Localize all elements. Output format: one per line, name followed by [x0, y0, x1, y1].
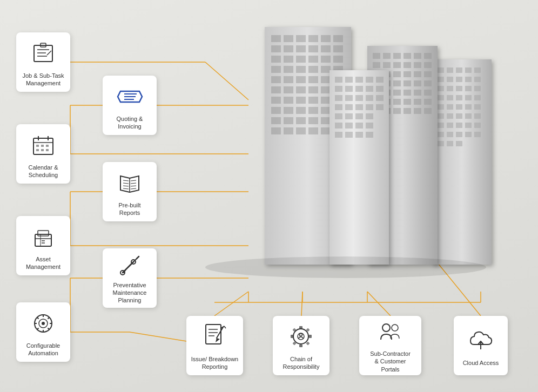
svg-rect-37: [438, 86, 444, 91]
svg-point-206: [205, 256, 486, 278]
svg-line-258: [137, 256, 139, 259]
svg-rect-53: [447, 113, 453, 119]
svg-rect-138: [271, 76, 281, 83]
svg-rect-105: [414, 99, 421, 105]
feature-box-chain[interactable]: Chain ofResponsibility: [273, 316, 329, 375]
feature-box-quoting[interactable]: Quoting &Invoicing: [103, 76, 157, 135]
svg-point-278: [300, 334, 302, 336]
issue-icon: [199, 321, 231, 353]
svg-rect-160: [321, 107, 331, 114]
svg-rect-97: [393, 90, 401, 96]
svg-rect-98: [404, 90, 411, 96]
svg-rect-120: [271, 45, 281, 52]
svg-rect-72: [383, 53, 391, 59]
svg-rect-80: [404, 62, 411, 68]
svg-rect-112: [424, 108, 432, 114]
svg-rect-65: [465, 132, 472, 137]
svg-rect-140: [296, 76, 306, 83]
svg-rect-52: [438, 113, 444, 119]
svg-rect-202: [335, 132, 342, 138]
svg-rect-67: [438, 141, 444, 146]
feature-box-subcontractor[interactable]: Sub-Contractor& CustomerPortals: [359, 316, 421, 375]
svg-rect-87: [414, 71, 421, 77]
svg-line-267: [224, 326, 226, 328]
svg-rect-159: [308, 107, 318, 114]
svg-rect-272: [291, 335, 293, 338]
svg-rect-181: [355, 86, 363, 92]
svg-rect-163: [284, 117, 293, 124]
svg-rect-121: [284, 45, 293, 52]
feature-box-job[interactable]: Job & Sub-TaskManagement: [16, 32, 70, 92]
svg-point-279: [382, 324, 390, 332]
svg-rect-45: [465, 95, 472, 100]
svg-rect-82: [424, 62, 432, 68]
svg-rect-44: [456, 95, 462, 100]
quoting-icon: [113, 80, 146, 113]
job-label: Job & Sub-TaskManagement: [22, 72, 64, 87]
feature-box-cloud[interactable]: Cloud Access: [454, 316, 508, 375]
svg-rect-75: [414, 53, 421, 59]
svg-rect-156: [271, 107, 281, 114]
svg-rect-28: [447, 67, 453, 73]
svg-rect-47: [438, 104, 444, 110]
svg-rect-100: [424, 90, 432, 96]
svg-rect-179: [335, 86, 342, 92]
svg-rect-49: [456, 104, 462, 110]
feature-box-automation[interactable]: ConfigurableAutomation: [16, 302, 70, 362]
svg-rect-178: [376, 77, 384, 83]
svg-rect-175: [345, 77, 353, 83]
feature-box-calendar[interactable]: Calendar &Scheduling: [16, 124, 70, 184]
svg-rect-204: [355, 132, 363, 138]
cloud-label: Cloud Access: [463, 359, 499, 367]
svg-rect-55: [465, 113, 472, 119]
calendar-icon: [27, 129, 59, 161]
svg-rect-127: [284, 56, 293, 63]
svg-rect-42: [438, 95, 444, 100]
svg-rect-36: [474, 77, 481, 82]
automation-label: ConfigurableAutomation: [26, 342, 60, 357]
automation-icon: [27, 307, 59, 340]
svg-rect-66: [474, 132, 481, 137]
svg-rect-221: [36, 149, 39, 151]
svg-rect-104: [404, 99, 411, 105]
feature-box-preventative[interactable]: PreventativeMaintenancePlanning: [103, 248, 157, 308]
svg-rect-166: [321, 117, 331, 124]
svg-rect-27: [438, 67, 444, 73]
svg-rect-147: [308, 86, 318, 93]
svg-rect-150: [271, 97, 281, 104]
feature-box-reports[interactable]: Pre-builtReports: [103, 162, 157, 221]
svg-rect-129: [308, 56, 318, 63]
svg-rect-218: [36, 145, 39, 147]
feature-box-asset[interactable]: AssetManagement: [16, 216, 70, 275]
feature-box-issue[interactable]: Issue/ BreakdownReporting: [186, 316, 243, 375]
svg-rect-71: [373, 53, 380, 59]
svg-rect-50: [465, 104, 472, 110]
svg-rect-227: [38, 231, 49, 236]
svg-rect-74: [404, 53, 411, 59]
svg-rect-79: [393, 62, 401, 68]
svg-line-212: [47, 52, 50, 55]
buildings-illustration: [194, 11, 508, 297]
svg-rect-174: [335, 77, 342, 83]
svg-rect-118: [321, 35, 331, 42]
svg-rect-115: [284, 35, 293, 42]
svg-rect-41: [474, 86, 481, 91]
svg-rect-48: [447, 104, 453, 110]
svg-rect-116: [296, 35, 306, 42]
calendar-label: Calendar &Scheduling: [28, 164, 58, 179]
svg-rect-162: [271, 117, 281, 124]
svg-rect-29: [456, 67, 462, 73]
reports-label: Pre-builtReports: [119, 201, 141, 217]
svg-rect-88: [424, 71, 432, 77]
svg-line-238: [48, 328, 50, 329]
svg-rect-135: [308, 66, 318, 73]
job-icon: [27, 37, 59, 70]
svg-line-239: [48, 317, 50, 319]
svg-rect-153: [308, 97, 318, 104]
svg-rect-123: [308, 45, 318, 52]
svg-rect-76: [424, 53, 432, 59]
svg-line-237: [37, 317, 39, 319]
quoting-label: Quoting &Invoicing: [117, 115, 143, 131]
svg-rect-194: [335, 113, 342, 119]
svg-rect-198: [335, 123, 342, 129]
